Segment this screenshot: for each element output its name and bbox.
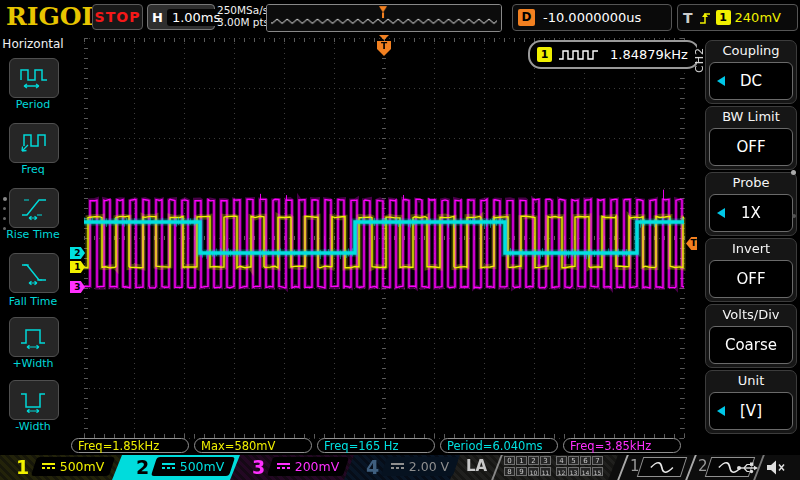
run-stop-status[interactable]: STOP bbox=[92, 4, 143, 30]
rigol-logo: RIGOL bbox=[6, 2, 99, 31]
bw-limit-menu-item[interactable]: BW Limit OFF bbox=[705, 106, 797, 170]
channel2-scale: 500mV bbox=[154, 457, 232, 476]
digital-channels-4-7[interactable]: 4 5 6 7 bbox=[556, 456, 603, 465]
channel3-scale: 200mV bbox=[270, 457, 346, 476]
acquisition-info: 250MSa/s 3.00M pts bbox=[217, 4, 269, 28]
timebase-box[interactable]: H 1.00ms bbox=[147, 4, 215, 30]
la-label: LA bbox=[466, 457, 487, 475]
plus-width-icon bbox=[19, 324, 49, 350]
freq-icon bbox=[19, 130, 49, 156]
square-wave-icon bbox=[558, 48, 604, 61]
minus-width-label: -Width bbox=[0, 420, 66, 433]
plus-width-label: +Width bbox=[0, 357, 66, 370]
minus-width-icon bbox=[19, 387, 49, 413]
freq-button[interactable] bbox=[9, 123, 59, 163]
menu-scroll-dot bbox=[3, 197, 7, 201]
probe-value: 1X bbox=[741, 204, 761, 222]
measurement-freq-ch2[interactable]: Freq=165 Hz bbox=[317, 438, 435, 453]
rise-time-icon bbox=[19, 195, 49, 221]
plus-width-button[interactable] bbox=[9, 317, 59, 357]
menu-scroll-dot bbox=[3, 217, 6, 220]
dc-coupling-icon bbox=[277, 463, 290, 471]
digital-channels-8-11[interactable]: 8 9 10 11 bbox=[504, 467, 551, 476]
measurement-max-ch1[interactable]: Max=580mV bbox=[194, 438, 312, 453]
digital-channels-0-3[interactable]: 0 1 2 3 bbox=[504, 456, 551, 465]
period-label: Period bbox=[0, 98, 66, 111]
channel2-number: 2 bbox=[136, 456, 149, 479]
menu-scroll-dot bbox=[3, 207, 6, 210]
menu-page-dot bbox=[792, 214, 796, 218]
left-triangle-icon bbox=[717, 76, 725, 86]
left-triangle-icon bbox=[717, 208, 725, 218]
delay-box[interactable]: D -10.0000000us bbox=[512, 4, 672, 31]
dc-coupling-icon bbox=[162, 463, 175, 471]
trigger-box[interactable]: T 1 240mV bbox=[677, 4, 798, 31]
hardware-freq-counter: 1 1.84879kHz bbox=[528, 40, 700, 69]
minus-width-button[interactable] bbox=[9, 380, 59, 420]
channel4-number: 4 bbox=[366, 456, 379, 479]
rise-time-label: Rise Time bbox=[0, 228, 66, 241]
coupling-menu-item[interactable]: Coupling DC bbox=[705, 40, 797, 104]
digital-channels-12-15[interactable]: 12 13 14 15 bbox=[556, 467, 603, 476]
trigger-level-value: 240mV bbox=[735, 10, 781, 25]
delay-icon: D bbox=[518, 9, 535, 26]
freq-label: Freq bbox=[0, 163, 66, 176]
unit-menu-item[interactable]: Unit [V] bbox=[705, 370, 797, 434]
trigger-label: T bbox=[678, 10, 693, 26]
usb-icon bbox=[736, 461, 760, 475]
probe-menu-item[interactable]: Probe 1X bbox=[705, 172, 797, 236]
oscilloscope-screen: RIGOL STOP H 1.00ms 250MSa/s 3.00M pts D… bbox=[0, 0, 800, 480]
channel4-scale: 2.00 V bbox=[384, 457, 456, 476]
unit-value: [V] bbox=[740, 402, 762, 420]
horizontal-label: H bbox=[148, 10, 167, 25]
period-icon bbox=[19, 65, 49, 91]
counter-value: 1.84879kHz bbox=[610, 47, 688, 62]
volts-div-menu-item[interactable]: Volts/Div Coarse bbox=[705, 304, 797, 368]
sample-rate: 250MSa/s bbox=[217, 4, 269, 16]
period-button[interactable] bbox=[9, 58, 59, 98]
measurement-freq-ch1[interactable]: Freq=1.85kHz bbox=[71, 438, 189, 453]
rise-time-button[interactable] bbox=[9, 188, 59, 228]
counter-source-badge: 1 bbox=[537, 47, 552, 62]
channel-settings-menu: CH2 Coupling DC BW Limit OFF Probe 1X In… bbox=[697, 33, 800, 455]
fall-time-icon bbox=[19, 260, 49, 286]
trigger-slope-icon bbox=[697, 10, 712, 26]
waveform-overview-strip[interactable] bbox=[266, 4, 502, 32]
menu-scroll-dot bbox=[3, 227, 6, 230]
delay-value: -10.0000000us bbox=[543, 10, 641, 25]
measurement-freq-ch3[interactable]: Freq=3.85kHz bbox=[563, 438, 681, 453]
trigger-source-badge: 1 bbox=[716, 10, 731, 25]
menu-page-dot bbox=[791, 170, 796, 175]
probe-title: Probe bbox=[706, 173, 796, 193]
channel1-number: 1 bbox=[16, 456, 29, 479]
left-menu-title: Horizontal bbox=[0, 37, 66, 51]
fall-time-label: Fall Time bbox=[0, 295, 66, 308]
horizontal-measure-menu: Horizontal Period Freq Rise Time bbox=[0, 33, 66, 455]
dc-coupling-icon bbox=[42, 463, 55, 471]
source1-status[interactable] bbox=[637, 457, 687, 477]
coupling-title: Coupling bbox=[706, 41, 796, 61]
sine-wave-icon bbox=[647, 461, 677, 474]
waveform-display bbox=[70, 35, 698, 445]
unit-title: Unit bbox=[706, 371, 796, 391]
invert-title: Invert bbox=[706, 239, 796, 259]
speaker-muted-icon bbox=[765, 459, 787, 476]
volts-div-title: Volts/Div bbox=[706, 305, 796, 325]
fall-time-button[interactable] bbox=[9, 253, 59, 293]
channel1-scale: 500mV bbox=[34, 457, 112, 476]
measurement-period-ch2[interactable]: Period=6.040ms bbox=[440, 438, 558, 453]
memory-depth: 3.00M pts bbox=[217, 16, 269, 28]
volts-div-value: Coarse bbox=[725, 336, 777, 354]
invert-menu-item[interactable]: Invert OFF bbox=[705, 238, 797, 302]
left-triangle-icon bbox=[717, 406, 725, 416]
bw-limit-title: BW Limit bbox=[706, 107, 796, 127]
bw-limit-value: OFF bbox=[736, 138, 765, 156]
coupling-value: DC bbox=[740, 72, 762, 90]
channel3-number: 3 bbox=[252, 456, 265, 479]
dc-coupling-icon bbox=[391, 463, 404, 471]
invert-value: OFF bbox=[736, 270, 765, 288]
